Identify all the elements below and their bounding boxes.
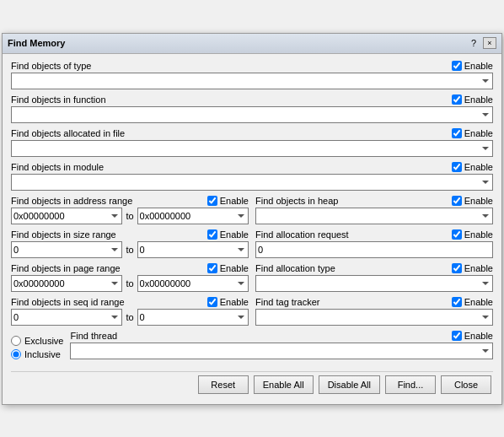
find-address-enable: Enable [207,196,249,206]
find-heap-enable-label: Enable [464,196,493,206]
find-function-label: Find objects in function [11,94,106,105]
reset-button[interactable]: Reset [198,375,249,394]
page-to-dropdown[interactable]: 0x00000000 [137,275,249,292]
size-to-label: to [126,245,133,255]
find-thread-enable: Enable [452,331,493,341]
find-tag-dropdown[interactable] [255,309,493,326]
find-thread-checkbox[interactable] [452,331,462,341]
find-file-dropdown[interactable] [11,140,493,157]
help-button[interactable]: ? [471,38,476,48]
size-label-row: Find objects in size range Enable [11,229,249,240]
seq-section: Find objects in seq id range Enable 0 to… [11,297,249,326]
find-heap-dropdown[interactable] [255,208,493,224]
find-page-enable-label: Enable [220,263,249,273]
find-button[interactable]: Find... [385,375,436,394]
find-size-label: Find objects in size range [11,229,116,240]
find-seq-label: Find objects in seq id range [11,297,125,307]
page-section: Find objects in page range Enable 0x0000… [11,263,249,292]
find-function-checkbox[interactable] [452,94,462,105]
close-button-bar[interactable]: Close [441,375,491,394]
heap-label-row: Find objects in heap Enable [255,196,493,206]
exclusive-label: Exclusive [24,336,63,346]
seq-tag-row: Find objects in seq id range Enable 0 to… [11,297,493,326]
size-to-dropdown[interactable]: 0 [137,241,249,258]
dialog-content: Find objects of type Enable Find objects… [3,54,501,404]
find-module-label: Find objects in module [11,162,104,172]
find-function-enable: Enable [452,94,493,105]
find-module-dropdown[interactable] [11,174,493,191]
address-to-dropdown[interactable]: 0x00000000 [137,208,249,224]
find-function-enable-label: Enable [464,94,493,105]
button-bar: Reset Enable All Disable All Find... Clo… [11,371,493,397]
address-label-row: Find objects in address range Enable [11,196,249,206]
title-bar-left: Find Memory [8,38,65,48]
find-heap-checkbox[interactable] [452,196,462,206]
size-from-dropdown[interactable]: 0 [11,241,122,258]
find-alloc-request-input[interactable] [255,241,493,258]
find-thread-dropdown[interactable] [70,343,493,359]
find-size-enable: Enable [207,229,249,240]
find-address-enable-label: Enable [220,196,249,206]
find-address-checkbox[interactable] [207,196,217,206]
find-file-group: Find objects allocated in file Enable [11,128,493,157]
heap-section: Find objects in heap Enable [255,196,493,224]
find-alloc-request-enable: Enable [452,229,493,240]
find-file-enable-label: Enable [464,128,493,138]
seq-from-dropdown[interactable]: 0 [11,309,122,326]
seq-to-dropdown[interactable]: 0 [137,309,249,326]
find-file-checkbox[interactable] [452,128,462,138]
alloc-type-label-row: Find allocation type Enable [255,263,493,273]
find-type-enable-label: Enable [464,61,493,71]
find-tag-enable: Enable [452,297,493,307]
inclusive-radio[interactable] [11,349,21,359]
disable-all-button[interactable]: Disable All [319,375,380,394]
find-tag-checkbox[interactable] [452,297,462,307]
close-button[interactable]: × [483,37,496,49]
find-alloc-type-checkbox[interactable] [452,263,462,273]
find-address-label: Find objects in address range [11,196,132,206]
address-heap-row: Find objects in address range Enable 0x0… [11,196,493,224]
page-from-dropdown[interactable]: 0x00000000 [11,275,122,292]
exclusive-radio[interactable] [11,336,21,346]
find-type-checkbox[interactable] [452,61,462,71]
enable-all-button[interactable]: Enable All [254,375,314,394]
find-page-enable: Enable [207,263,249,273]
seq-range-row: 0 to 0 [11,309,249,326]
find-tag-label: Find tag tracker [255,297,319,307]
page-alloctype-row: Find objects in page range Enable 0x0000… [11,263,493,292]
size-range-row: 0 to 0 [11,241,249,258]
page-range-row: 0x00000000 to 0x00000000 [11,275,249,292]
exclusive-radio-item: Exclusive [11,336,63,346]
find-alloc-type-enable: Enable [452,263,493,273]
inclusive-radio-item: Inclusive [11,349,63,359]
tag-tracker-label-row: Find tag tracker Enable [255,297,493,307]
alloc-request-section: Find allocation request Enable [255,229,493,258]
find-module-group: Find objects in module Enable [11,162,493,191]
find-function-dropdown[interactable] [11,106,493,123]
address-from-dropdown[interactable]: 0x00000000 [11,208,122,224]
page-label-row: Find objects in page range Enable [11,263,249,273]
find-size-enable-label: Enable [220,229,249,240]
find-size-checkbox[interactable] [207,229,217,240]
find-thread-section: Find thread Enable [70,331,493,359]
inclusive-label: Inclusive [24,349,61,359]
find-alloc-request-enable-label: Enable [464,229,493,240]
find-module-checkbox[interactable] [452,162,462,172]
find-alloc-type-dropdown[interactable] [255,275,493,292]
address-section: Find objects in address range Enable 0x0… [11,196,249,224]
find-memory-dialog: Find Memory ? × Find objects of type Ena… [2,33,502,405]
find-type-dropdown[interactable] [11,73,493,89]
find-seq-enable-label: Enable [220,297,249,307]
page-to-label: to [126,278,133,289]
find-thread-label-row: Find thread Enable [70,331,493,341]
find-thread-label: Find thread [70,331,117,341]
address-range-row: 0x00000000 to 0x00000000 [11,208,249,224]
find-type-group: Find objects of type Enable [11,61,493,89]
find-page-checkbox[interactable] [207,263,217,273]
find-thread-enable-label: Enable [464,331,493,341]
find-seq-checkbox[interactable] [207,297,217,307]
find-alloc-request-checkbox[interactable] [452,229,462,240]
find-type-label-row: Find objects of type Enable [11,61,493,71]
find-module-label-row: Find objects in module Enable [11,162,493,172]
seq-to-label: to [126,312,133,322]
